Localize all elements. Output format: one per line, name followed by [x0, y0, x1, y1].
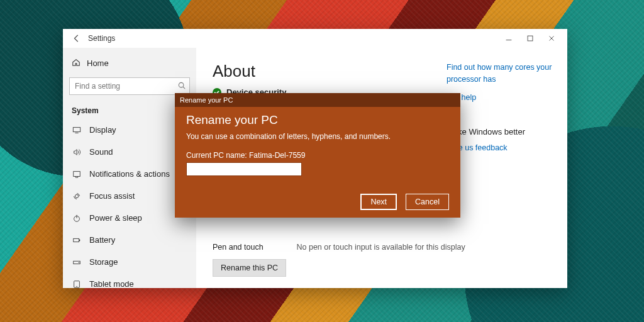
sidebar-item-label: Battery: [89, 235, 115, 245]
sidebar-item-label: Storage: [89, 257, 118, 267]
sidebar-home-label: Home: [87, 58, 109, 68]
svg-rect-0: [528, 36, 533, 41]
sidebar-item-label: Notifications & actions: [89, 169, 170, 179]
sidebar-search: [69, 77, 190, 95]
rename-this-pc-button[interactable]: Rename this PC: [213, 259, 286, 277]
pc-name-input[interactable]: [186, 162, 302, 176]
svg-rect-7: [79, 239, 80, 241]
svg-point-4: [75, 194, 78, 197]
close-button[interactable]: [541, 29, 562, 48]
sidebar-item-label: Sound: [89, 147, 113, 157]
sidebar-item-storage[interactable]: Storage: [63, 251, 196, 273]
rename-pc-dialog: Rename your PC Rename your PC You can us…: [175, 93, 460, 218]
link-get-help[interactable]: Get help: [447, 92, 553, 104]
sidebar-item-label: Power & sleep: [89, 213, 142, 223]
notifications-icon: [72, 170, 82, 179]
pen-touch-value: No pen or touch input is available for t…: [296, 243, 465, 252]
window-title: Settings: [88, 34, 115, 43]
right-links: Find out how many cores your processor h…: [447, 62, 553, 160]
back-button[interactable]: [68, 34, 86, 43]
sidebar-home[interactable]: Home: [63, 52, 196, 75]
battery-icon: [72, 236, 82, 245]
search-input[interactable]: [69, 77, 190, 95]
dialog-heading: Rename your PC: [186, 113, 449, 127]
maximize-button[interactable]: [519, 29, 541, 48]
search-icon: [177, 81, 186, 92]
window-controls: [498, 29, 562, 48]
dialog-titlebar-text: Rename your PC: [180, 96, 233, 104]
sidebar-item-battery[interactable]: Battery: [63, 229, 196, 251]
maximize-icon: [526, 34, 535, 43]
sidebar-item-label: Focus assist: [89, 191, 135, 201]
link-give-feedback[interactable]: Give us feedback: [447, 142, 553, 154]
storage-icon: [72, 258, 82, 267]
svg-rect-2: [73, 127, 80, 131]
arrow-left-icon: [72, 34, 81, 43]
pen-touch-row: Pen and touch No pen or touch input is a…: [213, 243, 551, 252]
focus-assist-icon: [72, 192, 82, 201]
tablet-icon: [72, 280, 82, 289]
sidebar-item-tablet-mode[interactable]: Tablet mode: [63, 273, 196, 288]
sidebar-item-label: Tablet mode: [89, 279, 134, 288]
sound-icon: [72, 148, 82, 157]
next-button[interactable]: Next: [360, 194, 397, 210]
svg-point-11: [76, 286, 77, 286]
cancel-button-label: Cancel: [415, 197, 440, 206]
next-button-label: Next: [370, 197, 387, 206]
cancel-button[interactable]: Cancel: [406, 194, 449, 210]
dialog-current-name-label: Current PC name: Fatima-Del-7559: [186, 151, 449, 160]
display-icon: [72, 126, 82, 135]
svg-point-9: [79, 262, 80, 263]
home-icon: [72, 58, 80, 69]
minimize-icon: [504, 34, 513, 43]
svg-point-1: [179, 82, 184, 87]
svg-rect-6: [74, 238, 79, 242]
right-subhead: Make Windows better: [447, 126, 553, 138]
dialog-description: You can use a combination of letters, hy…: [186, 132, 449, 141]
svg-rect-3: [74, 171, 80, 176]
power-icon: [72, 214, 82, 223]
close-icon: [547, 34, 556, 43]
titlebar: Settings: [63, 29, 567, 48]
minimize-button[interactable]: [498, 29, 519, 48]
link-find-cores[interactable]: Find out how many cores your processor h…: [447, 62, 553, 86]
dialog-titlebar: Rename your PC: [175, 93, 460, 107]
sidebar-item-label: Display: [89, 125, 116, 135]
pen-touch-label: Pen and touch: [213, 243, 294, 252]
